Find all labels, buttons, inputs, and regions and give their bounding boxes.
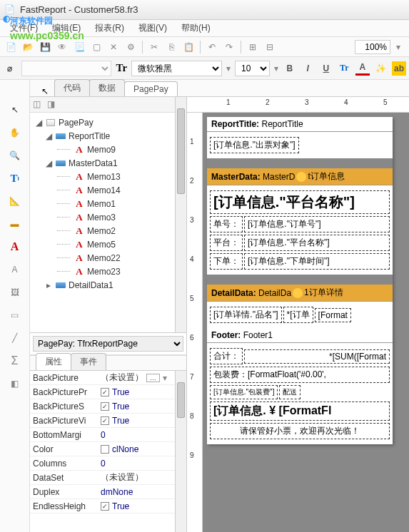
fontcolor-button[interactable]: A bbox=[355, 61, 370, 76]
memo-box[interactable]: 配送 bbox=[279, 385, 301, 399]
tree-scrollbar[interactable] bbox=[175, 97, 186, 332]
prop-val[interactable]: ✓True bbox=[98, 501, 186, 511]
menu-edit[interactable]: 编辑(E) bbox=[46, 21, 86, 36]
prop-val[interactable]: clNone bbox=[98, 444, 186, 454]
tree-memo13[interactable]: AMemo13 bbox=[31, 170, 185, 183]
subreport-tool-icon[interactable]: ▭ bbox=[6, 307, 24, 324]
select-tool-icon[interactable]: ↖ bbox=[6, 101, 24, 118]
text-tool-icon[interactable]: TI bbox=[6, 170, 24, 187]
prop-val[interactable]: ✓True bbox=[98, 387, 186, 397]
nostyle-icon[interactable]: ⌀ bbox=[3, 61, 17, 76]
object-selector[interactable]: PagePay: TfrxReportPage bbox=[33, 336, 183, 352]
picture-tool-icon[interactable]: 🖼 bbox=[6, 284, 24, 301]
tree-memo14[interactable]: AMemo14 bbox=[31, 183, 185, 197]
cut-icon[interactable]: ✂ bbox=[146, 39, 162, 55]
tree-memo5[interactable]: AMemo5 bbox=[31, 237, 185, 251]
font-select[interactable] bbox=[21, 61, 112, 76]
band-footer[interactable]: Footer: Footer1 bbox=[207, 328, 393, 343]
underline-button[interactable]: U bbox=[319, 61, 333, 76]
memo-box[interactable]: [订单信息."平台名称"] bbox=[210, 190, 390, 214]
tree-memo9[interactable]: AMemo9 bbox=[31, 143, 185, 156]
memo-tool-icon[interactable]: A bbox=[6, 238, 24, 255]
memo-box[interactable]: [订单信息."下单时间"] bbox=[244, 253, 390, 270]
memo-box[interactable]: 合计： bbox=[210, 348, 243, 364]
prop-val[interactable]: dmNone bbox=[98, 487, 186, 497]
band-reporttitle[interactable]: ReportTitle: ReportTitle bbox=[207, 117, 393, 132]
pagesettings-icon[interactable]: ⚙ bbox=[123, 39, 138, 55]
newdialog-icon[interactable]: ▢ bbox=[89, 39, 104, 55]
menu-view[interactable]: 视图(V) bbox=[133, 21, 173, 36]
highlight-icon[interactable]: ✨ bbox=[374, 61, 388, 76]
band-masterdata[interactable]: MasterData: MasterDt订单信息 bbox=[207, 168, 393, 185]
group-icon[interactable]: ⊞ bbox=[245, 39, 261, 55]
prop-backpicture-val[interactable]: （未设置）…▾ bbox=[98, 372, 186, 384]
tree-memo3[interactable]: AMemo3 bbox=[31, 210, 185, 224]
format-tool-icon[interactable]: 📐 bbox=[6, 193, 24, 210]
zoom-dropdown-icon[interactable]: ▾ bbox=[390, 39, 406, 55]
tab-properties[interactable]: 属性 bbox=[36, 353, 71, 370]
tab-data[interactable]: 数据 bbox=[89, 79, 125, 96]
band-tool-icon[interactable]: ▬ bbox=[6, 215, 24, 232]
bold-button[interactable]: B bbox=[283, 61, 297, 76]
hand-tool-icon[interactable]: ✋ bbox=[6, 124, 24, 141]
new-icon[interactable]: 📄 bbox=[3, 39, 19, 55]
ellipsis-button[interactable]: … bbox=[146, 374, 160, 382]
tree-memo2[interactable]: AMemo2 bbox=[31, 224, 185, 237]
newpage-icon[interactable]: 📃 bbox=[71, 39, 87, 55]
tree-tb2-icon[interactable]: ◨ bbox=[47, 99, 59, 111]
menu-file[interactable]: 文件(F) bbox=[4, 21, 44, 36]
delpage-icon[interactable]: ✕ bbox=[106, 39, 121, 55]
memo-box[interactable]: [订单信息."出票对象"] bbox=[210, 137, 299, 153]
tree-reporttitle[interactable]: ◢ReportTitle bbox=[31, 129, 185, 143]
copy-icon[interactable]: ⎘ bbox=[163, 39, 179, 55]
fonttype-button[interactable]: Tr bbox=[338, 61, 352, 76]
memo-box[interactable]: 平台： bbox=[210, 235, 243, 251]
prop-val[interactable]: （未设置） bbox=[98, 471, 186, 484]
line-tool-icon[interactable]: ╱ bbox=[6, 329, 24, 347]
redo-icon[interactable]: ↷ bbox=[221, 39, 237, 55]
memo-box[interactable]: 单号： bbox=[210, 216, 243, 232]
menu-report[interactable]: 报表(R) bbox=[89, 21, 130, 36]
memo-box[interactable]: [订单信息."包装费"] bbox=[210, 385, 278, 399]
prop-val[interactable]: ✓True bbox=[98, 416, 186, 426]
ungroup-icon[interactable]: ⊟ bbox=[262, 39, 278, 55]
tree-masterdata1[interactable]: ◢MasterData1 bbox=[31, 156, 185, 170]
zoom-input[interactable] bbox=[355, 40, 390, 54]
other-tool-icon[interactable]: ◧ bbox=[6, 375, 24, 392]
tab-pagepay[interactable]: PagePay bbox=[124, 81, 178, 96]
pointer-icon[interactable]: ↖ bbox=[36, 86, 54, 96]
tree-memo22[interactable]: AMemo22 bbox=[31, 251, 185, 265]
tree-tb1-icon[interactable]: ◫ bbox=[33, 99, 44, 111]
sigma-tool-icon[interactable]: Σ bbox=[6, 352, 24, 369]
undo-icon[interactable]: ↶ bbox=[204, 39, 220, 55]
tree-pagepay[interactable]: ◢PagePay bbox=[31, 116, 185, 129]
memo-box[interactable]: [订单详情."品名"] bbox=[210, 307, 282, 323]
bgcolor-button[interactable]: ab bbox=[392, 61, 406, 76]
sysmemo-tool-icon[interactable]: A bbox=[6, 261, 24, 278]
memo-box[interactable]: [订单信息."平台名称"] bbox=[244, 235, 390, 251]
band-detaildata[interactable]: DetailData: DetailDa1订单详情 bbox=[207, 285, 393, 302]
font-name-select[interactable]: 微软雅黑 bbox=[131, 61, 222, 76]
memo-box[interactable]: 下单： bbox=[210, 253, 243, 270]
font-size-select[interactable]: 10 bbox=[235, 61, 270, 76]
memo-box[interactable]: 包装费：[FormatFloat('#0.00', bbox=[210, 367, 390, 383]
props-scrollbar[interactable] bbox=[175, 371, 186, 532]
design-page[interactable]: ReportTitle: ReportTitle [订单信息."出票对象"] M… bbox=[207, 117, 393, 444]
menu-help[interactable]: 帮助(H) bbox=[176, 21, 216, 36]
tab-events[interactable]: 事件 bbox=[71, 353, 106, 370]
tab-code[interactable]: 代码 bbox=[54, 79, 90, 96]
memo-box[interactable]: *[订单 bbox=[283, 307, 313, 323]
tree-memo23[interactable]: AMemo23 bbox=[31, 265, 185, 278]
tree-memo1[interactable]: AMemo1 bbox=[31, 197, 185, 210]
tree-detaildata1[interactable]: ▸DetailData1 bbox=[31, 278, 185, 292]
save-icon[interactable]: 💾 bbox=[37, 39, 53, 55]
prop-val[interactable]: 0 bbox=[98, 459, 186, 469]
zoom-tool-icon[interactable]: 🔍 bbox=[6, 147, 24, 164]
prop-val[interactable]: ✓True bbox=[98, 401, 186, 411]
preview-icon[interactable]: 👁 bbox=[54, 39, 70, 55]
prop-val[interactable]: 0 bbox=[98, 430, 186, 440]
italic-button[interactable]: I bbox=[301, 61, 315, 76]
paste-icon[interactable]: 📋 bbox=[181, 39, 196, 55]
memo-box[interactable]: [Format bbox=[315, 308, 351, 322]
memo-box[interactable]: *[SUM([Format bbox=[244, 349, 390, 364]
